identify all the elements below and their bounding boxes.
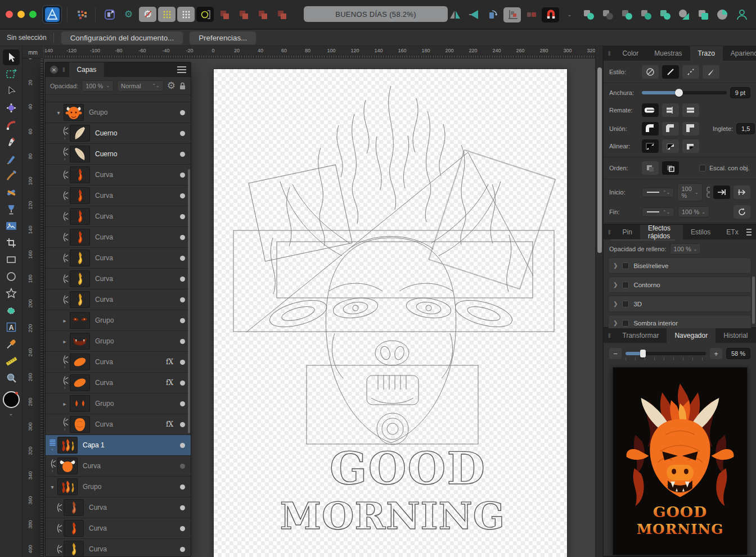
- chevron-right-icon[interactable]: ›: [64, 386, 66, 390]
- navigator-preview[interactable]: GOOD MORNING: [613, 367, 748, 555]
- tool-vector-brush[interactable]: [3, 167, 20, 183]
- order-front-button[interactable]: [662, 161, 679, 175]
- tool-star[interactable]: [3, 286, 20, 301]
- pixel-grid-yellow-icon[interactable]: [158, 7, 176, 22]
- chevron-right-icon[interactable]: ❯: [613, 301, 618, 307]
- layer-thumbnail[interactable]: [70, 395, 90, 412]
- fx-badge[interactable]: fX: [166, 420, 173, 428]
- layer-row[interactable]: Curva: [46, 165, 191, 185]
- layer-row[interactable]: › Curva fX: [46, 352, 191, 373]
- arrow-outside-button[interactable]: [734, 185, 750, 199]
- layer-visibility-toggle[interactable]: [180, 152, 185, 157]
- layer-row[interactable]: Curva: [46, 539, 191, 556]
- zoom-out-button[interactable]: −: [609, 348, 622, 359]
- layers-scrollbar[interactable]: [188, 169, 190, 433]
- insert-behind-icon[interactable]: [215, 7, 233, 22]
- layer-row[interactable]: ▸ Grupo: [46, 393, 191, 414]
- layer-visibility-toggle[interactable]: [180, 173, 185, 178]
- stroke-style-dashed-button[interactable]: [682, 65, 699, 79]
- tab-historial[interactable]: Historial: [716, 328, 755, 343]
- boolean-intersect-icon[interactable]: [618, 7, 636, 22]
- tool-ellipse[interactable]: [3, 269, 20, 284]
- scrollbar-thumb[interactable]: [597, 67, 602, 253]
- opacity-dropdown[interactable]: 100 %⌄: [82, 80, 114, 92]
- layer-thumbnail[interactable]: [70, 312, 90, 329]
- layer-thumbnail[interactable]: [57, 458, 78, 474]
- layer-thumbnail[interactable]: [70, 187, 90, 204]
- zoom-window-button[interactable]: [29, 11, 37, 18]
- panel-drag-handle[interactable]: ‖: [608, 229, 611, 236]
- tool-eraser[interactable]: [3, 184, 20, 200]
- layer-visibility-toggle[interactable]: [180, 235, 185, 240]
- tool-rectangle[interactable]: [3, 252, 20, 268]
- layer-visibility-toggle[interactable]: [180, 360, 185, 365]
- start-scale-dropdown[interactable]: 100 %⌄: [677, 183, 702, 201]
- layer-visibility-toggle[interactable]: [180, 484, 185, 490]
- chevron-right-icon[interactable]: ›: [64, 427, 66, 432]
- tool-measure[interactable]: [3, 353, 20, 369]
- miter-value[interactable]: 1,5: [736, 123, 755, 134]
- layer-row[interactable]: ▾ Grupo: [46, 477, 191, 497]
- insertion-target-icon[interactable]: [523, 7, 540, 22]
- layer-visibility-toggle[interactable]: [180, 505, 185, 510]
- layer-thumbnail[interactable]: [70, 416, 90, 433]
- layer-thumbnail[interactable]: [70, 354, 90, 370]
- layer-visibility-toggle[interactable]: [180, 339, 185, 344]
- zoom-slider[interactable]: [626, 352, 706, 355]
- snapping-magnet-icon[interactable]: [542, 7, 559, 22]
- tool-place-image[interactable]: [3, 218, 20, 234]
- effect-item[interactable]: ❯ 3D: [608, 296, 752, 312]
- tool-color-picker[interactable]: [3, 336, 20, 352]
- tool-crop[interactable]: [3, 235, 20, 251]
- chevron-right-icon[interactable]: ❯: [613, 282, 618, 288]
- chevron-right-icon[interactable]: ›: [52, 469, 53, 473]
- layer-visibility-toggle[interactable]: [180, 214, 185, 219]
- panel-drag-handle[interactable]: ‖: [608, 50, 611, 57]
- tool-node[interactable]: [3, 83, 20, 99]
- layer-thumbnail[interactable]: [64, 104, 84, 121]
- link-icon[interactable]: [706, 186, 710, 198]
- flip-horizontal-icon[interactable]: [446, 7, 464, 22]
- swap-ends-button[interactable]: [734, 205, 750, 219]
- blend-mode-dropdown[interactable]: Normal⌃⌄: [117, 80, 164, 92]
- chevron-down-icon[interactable]: ▾: [51, 484, 53, 490]
- stroke-style-brush-button[interactable]: [703, 65, 719, 79]
- zoom-value[interactable]: 58 %: [726, 348, 750, 359]
- layer-thumbnail[interactable]: [70, 333, 90, 350]
- cap-butt-button[interactable]: [662, 103, 679, 117]
- layer-visibility-toggle[interactable]: [180, 401, 185, 406]
- panel-drag-handle[interactable]: ‖: [608, 332, 611, 339]
- chevron-down-icon[interactable]: ⌄: [8, 410, 13, 416]
- pixel-grid-white-icon[interactable]: [177, 7, 195, 22]
- layer-row[interactable]: Curva: [46, 185, 191, 206]
- tab-navegador[interactable]: Navegador: [667, 328, 716, 343]
- snap-to-object-icon[interactable]: [196, 7, 214, 22]
- chevron-down-icon[interactable]: ▾: [57, 110, 60, 116]
- horizontal-ruler[interactable]: mm -140-120-100-80-60-40-200204060801001…: [22, 46, 595, 58]
- order-behind-button[interactable]: [642, 161, 659, 175]
- layer-visibility-toggle[interactable]: [180, 110, 185, 115]
- layer-row[interactable]: Curva: [46, 206, 191, 227]
- start-style-dropdown[interactable]: ⌃⌄: [642, 188, 674, 197]
- fx-badge[interactable]: fX: [166, 358, 173, 366]
- tab-apariencia[interactable]: Apariencia: [723, 46, 756, 61]
- panel-drag-handle[interactable]: ‖: [62, 66, 66, 73]
- vertical-ruler[interactable]: 0204060801001201401601802002202402602803…: [22, 58, 44, 557]
- layer-row[interactable]: ▸ Grupo: [46, 331, 191, 352]
- layer-visibility-toggle[interactable]: [180, 318, 185, 323]
- layer-row[interactable]: Curva: [46, 269, 191, 289]
- layer-visibility-toggle[interactable]: [180, 256, 185, 261]
- chevron-right-icon[interactable]: ▸: [63, 401, 66, 407]
- stroke-style-solid-button[interactable]: [662, 65, 679, 79]
- stroke-style-none-button[interactable]: [642, 65, 659, 79]
- align-inside-button[interactable]: [662, 139, 679, 153]
- end-scale-dropdown[interactable]: 100 %⌄: [678, 206, 709, 218]
- tab-etx[interactable]: ETx: [718, 225, 746, 239]
- layer-row[interactable]: Curva: [46, 497, 191, 518]
- panel-menu-icon[interactable]: [746, 229, 752, 236]
- document-page[interactable]: GOOD MORNING: [214, 69, 567, 557]
- layer-thumbnail[interactable]: [57, 478, 78, 495]
- tool-artistic-text[interactable]: A: [3, 319, 20, 335]
- insert-inside-icon[interactable]: [254, 7, 271, 22]
- boolean-subtract-icon[interactable]: [599, 7, 616, 22]
